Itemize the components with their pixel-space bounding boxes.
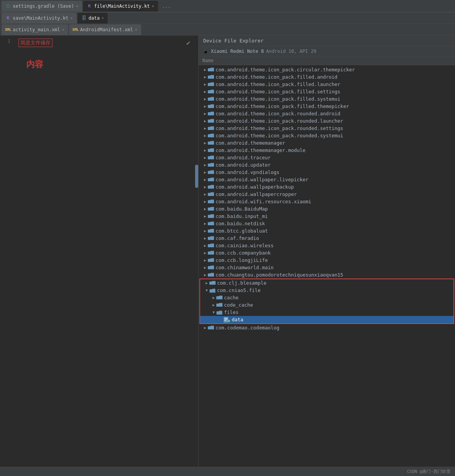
scroll-indicator[interactable]: [195, 165, 198, 188]
chevron-down-icon: ▼: [211, 310, 216, 314]
tree-item[interactable]: ▶ com.android.theme.icon_pack.rounded.an…: [199, 110, 455, 117]
folder-icon: [208, 97, 214, 101]
tree-item[interactable]: ▶ com.cainiao.wireless: [199, 242, 455, 249]
tree-item[interactable]: ▶ com.android.thememanager.module: [199, 147, 455, 154]
editor-content[interactable]: 我是文件储存 ✔ 内容: [15, 35, 198, 467]
chevron-right-icon: ▶: [202, 251, 208, 255]
folder-icon: [208, 89, 214, 94]
tab-label-save-mainactivity: save\MainActivity.kt: [13, 15, 69, 21]
chevron-right-icon: ▶: [202, 75, 208, 79]
tree-item[interactable]: ▶ com.caf.fmradio: [199, 235, 455, 242]
tree-item-label: com.android.thememanager: [216, 140, 285, 146]
tree-item[interactable]: ▶ com.ccb.companybank: [199, 249, 455, 257]
tree-item-label: com.baidu.BaiduMap: [216, 206, 268, 212]
dfe-device-bar: 📱 Xiaomi Redmi Note 8 Android 10, API 29: [199, 46, 455, 56]
device-file-explorer: Device File Explorer 📱 Xiaomi Redmi Note…: [199, 35, 455, 467]
tree-item[interactable]: ▶ com.android.theme.icon_pack.filled.lau…: [199, 81, 455, 88]
tree-item[interactable]: ▶ com.chinamworld.main: [199, 264, 455, 271]
tab-mainactivity-kt[interactable]: K file\MainActivity.kt ✕: [83, 1, 158, 12]
tree-item[interactable]: ▶ com.baidu.input_mi: [199, 213, 455, 220]
tree-item-label: com.android.theme.icon_pack.filled.launc…: [216, 81, 340, 87]
chevron-right-icon: ▶: [202, 265, 208, 270]
tree-item[interactable]: ▶ com.codemao.codemaolog: [199, 324, 455, 331]
close-android-manifest[interactable]: ✕: [135, 27, 137, 32]
tree-item[interactable]: ▶ com.android.theme.icon_pack.rounded.sy…: [199, 132, 455, 139]
chevron-right-icon: ▶: [202, 326, 208, 330]
editor-highlighted-text: 我是文件储存: [19, 39, 52, 47]
tab-data[interactable]: 🗄 data ✕: [78, 13, 108, 24]
chevron-right-icon: ▶: [211, 295, 216, 300]
chevron-right-icon: ▶: [202, 170, 208, 174]
line-number-1: 1: [0, 39, 10, 44]
tab-settings-gradle[interactable]: ⬡ settings.gradle (Save) ✕: [2, 1, 82, 12]
tree-item[interactable]: ▶ com.android.wallpaperbackup: [199, 183, 455, 191]
close-save-mainactivity[interactable]: ✕: [71, 16, 73, 20]
tree-item-label: data: [232, 317, 243, 322]
tree-item[interactable]: ▶ com.android.wifi.resources.xiaomi: [199, 198, 455, 205]
close-mainactivity[interactable]: ✕: [152, 4, 154, 8]
tree-item[interactable]: ▶ com.clj.blesample: [200, 279, 453, 287]
chevron-right-icon: ▶: [202, 148, 208, 152]
tree-item-label: com.android.theme.icon_pack.rounded.syst…: [216, 133, 343, 138]
line-numbers: 1: [0, 35, 13, 44]
folder-icon: [208, 258, 214, 263]
xml-icon-2: XML: [73, 27, 78, 32]
tree-item-label: com.android.wallpapercropper: [216, 191, 297, 197]
close-settings-gradle[interactable]: ✕: [76, 4, 78, 8]
tree-item[interactable]: ▶ code_cache: [200, 301, 453, 309]
gradle-icon: ⬡: [5, 3, 11, 9]
tab-android-manifest[interactable]: XML AndroidManifest.xml ✕: [69, 24, 141, 35]
tree-item[interactable]: ▼ com.cniao5.file: [200, 287, 453, 294]
tab-save-mainactivity[interactable]: K save\MainActivity.kt ✕: [2, 13, 77, 24]
tab-label-mainactivity: file\MainActivity.kt: [94, 3, 150, 9]
tree-item[interactable]: ▶ com.ccb.longjiLife: [199, 257, 455, 264]
tab-activity-main-xml[interactable]: XML activity_main.xml ✕: [2, 24, 68, 35]
tree-item[interactable]: ▶ com.android.theme.icon_pack.rounded.se…: [199, 125, 455, 132]
chevron-right-icon: ▶: [204, 281, 209, 285]
folder-icon: [208, 141, 214, 145]
tree-item-label: com.android.theme.icon_pack.rounded.andr…: [216, 111, 340, 116]
tree-item-label: com.android.thememanager.module: [216, 147, 305, 153]
tree-item[interactable]: ▶ com.android.thememanager: [199, 139, 455, 147]
tree-item[interactable]: ▶ com.android.traceur: [199, 154, 455, 161]
tree-item[interactable]: ▶ com.android.theme.icon_pack.filled.sys…: [199, 95, 455, 103]
tree-item[interactable]: ▶ com.android.wallpaper.livepicker: [199, 176, 455, 183]
folder-icon: [208, 177, 214, 182]
third-tab-bar: XML activity_main.xml ✕ XML AndroidManif…: [0, 24, 455, 35]
tree-item[interactable]: ▶ com.android.theme.icon_pack.rounded.la…: [199, 117, 455, 125]
tree-item[interactable]: ▶ com.baidu.BaiduMap: [199, 205, 455, 213]
tree-item-label: com.android.wallpaper.livepicker: [216, 177, 308, 182]
tree-item[interactable]: ▶ com.android.theme.icon_pack.filled.and…: [199, 73, 455, 81]
folder-icon: [209, 281, 216, 285]
tree-item[interactable]: ▶ com.android.theme.icon_pack.filled.set…: [199, 88, 455, 95]
tree-item[interactable]: f data: [200, 316, 453, 323]
folder-icon: [208, 214, 214, 219]
tree-item[interactable]: ▶ com.android.theme.icon_pack.filled.the…: [199, 103, 455, 110]
close-data[interactable]: ✕: [101, 16, 104, 20]
folder-icon: [216, 295, 222, 300]
tree-item-label: com.codemao.codemaolog: [216, 325, 280, 331]
chevron-right-icon: ▶: [202, 89, 208, 94]
dfe-tree[interactable]: ▶ com.android.theme.icon_pack.circular.t…: [199, 65, 455, 467]
folder-icon: [208, 273, 214, 277]
second-tab-bar: K save\MainActivity.kt ✕ 🗄 data ✕: [0, 12, 455, 24]
device-api: Android 10, API 29: [266, 49, 316, 54]
tree-item-label: files: [224, 309, 239, 315]
tab-more-button[interactable]: ...: [159, 3, 174, 9]
tree-item[interactable]: ▼ files: [200, 309, 453, 316]
svg-rect-3: [224, 320, 226, 321]
tree-item[interactable]: ▶ com.android.vpndialogs: [199, 169, 455, 176]
close-activity-main[interactable]: ✕: [62, 27, 64, 32]
tree-item[interactable]: ▶ com.android.theme.icon_pack.circular.t…: [199, 66, 455, 73]
folder-icon: [208, 207, 214, 211]
main-area: 1 我是文件储存 ✔ 内容 Device File Explorer 📱 Xia…: [0, 35, 455, 467]
tree-item[interactable]: ▶ com.android.wallpapercropper: [199, 191, 455, 198]
tree-item[interactable]: ▶ cache: [200, 294, 453, 301]
tree-item[interactable]: ▶ com.chuangtou.pomodorotechniquesunxiao…: [199, 271, 455, 279]
tree-item[interactable]: ▶ com.btcc.globaluat: [199, 227, 455, 235]
tree-item[interactable]: ▶ com.baidu.netdisk: [199, 220, 455, 227]
tree-item[interactable]: ▶ com.android.updater: [199, 161, 455, 169]
editor-content-text: 内容: [26, 59, 195, 70]
chevron-right-icon: ▶: [202, 111, 208, 116]
tree-item-label: com.clj.blesample: [217, 280, 266, 286]
